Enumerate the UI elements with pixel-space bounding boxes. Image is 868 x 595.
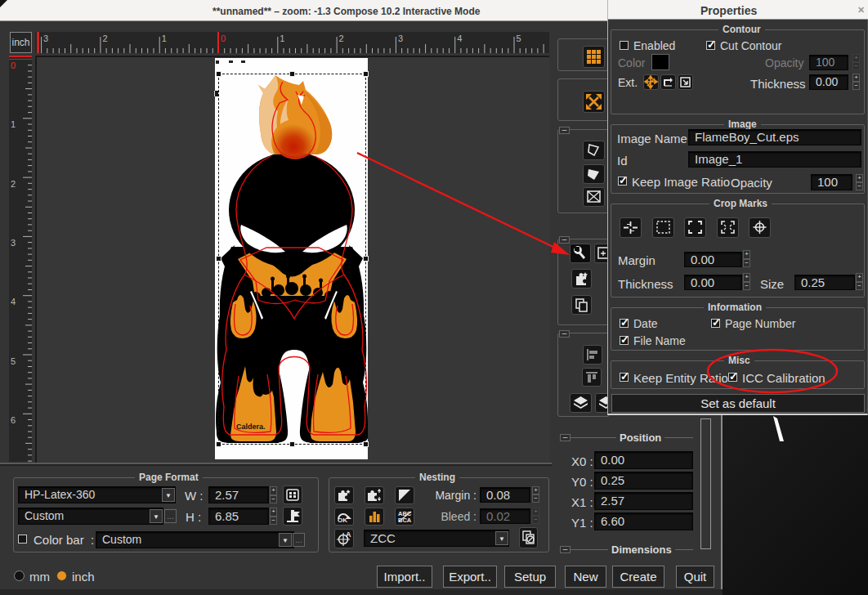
svg-text:A: A (346, 530, 351, 539)
svg-text:4: 4 (11, 297, 16, 306)
svg-text:3: 3 (11, 238, 16, 248)
svg-text:3: 3 (43, 34, 48, 43)
svg-text:1: 1 (162, 34, 167, 43)
svg-text:OK: OK (338, 517, 347, 524)
svg-text:0: 0 (11, 60, 16, 70)
svg-text:1: 1 (11, 119, 16, 129)
svg-text:0: 0 (221, 34, 226, 43)
svg-text:4: 4 (457, 34, 462, 43)
svg-text:5: 5 (517, 34, 521, 43)
svg-text:2: 2 (339, 34, 344, 43)
svg-text:1: 1 (280, 34, 284, 43)
svg-text:5: 5 (11, 356, 16, 366)
svg-text:2: 2 (11, 179, 16, 189)
svg-text:6: 6 (11, 415, 16, 425)
svg-text:2: 2 (102, 34, 107, 43)
svg-text:3: 3 (398, 34, 403, 43)
